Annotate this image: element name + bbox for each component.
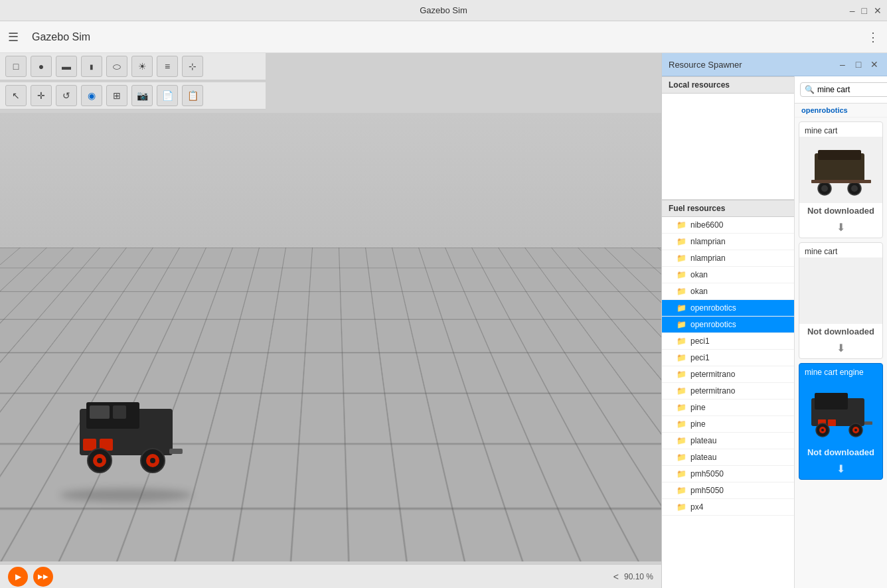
fuel-list-item[interactable]: 📁plateau: [662, 433, 794, 449]
maximize-button[interactable]: □: [862, 5, 867, 16]
fuel-list-item[interactable]: 📁plateau: [662, 449, 794, 466]
folder-icon: 📁: [677, 320, 686, 329]
fuel-list-item[interactable]: 📁nlamprian: [662, 234, 794, 250]
svg-point-19: [851, 185, 858, 192]
svg-rect-2: [83, 439, 96, 451]
nav-left-arrow[interactable]: <: [613, 571, 619, 582]
folder-icon: 📁: [677, 386, 686, 396]
model-card-name: mine cart: [799, 243, 882, 257]
model-card-name: mine cart: [799, 122, 882, 137]
search-icon: 🔍: [805, 85, 815, 94]
folder-icon: 📁: [677, 403, 686, 412]
fuel-list-item[interactable]: 📁pine: [662, 416, 794, 433]
kebab-menu-button[interactable]: ⋮: [867, 30, 879, 44]
sphere-tool[interactable]: ●: [31, 56, 52, 77]
model-results[interactable]: mine cart Not downloaded ⬇ mine cart Not…: [795, 117, 887, 588]
resource-list-area: Local resources Fuel resources 📁nibe6600…: [662, 76, 795, 588]
play-button[interactable]: ▶: [8, 567, 28, 587]
viewport[interactable]: □ ● ▬ ▮ ⬭ ☀ ≡ ⊹ ↖ ✛ ↺ ◉ ⊞ 📷 📄 📋: [0, 53, 661, 588]
fuel-list-item[interactable]: 📁petermitrano: [662, 383, 794, 400]
source-label: openrobotics: [795, 104, 887, 117]
folder-icon: 📁: [677, 419, 686, 429]
particles-tool[interactable]: ⊹: [182, 56, 203, 77]
panel-close-button[interactable]: ✕: [868, 58, 880, 70]
download-icon[interactable]: ⬇: [799, 342, 882, 358]
camera-tool[interactable]: ◉: [81, 85, 102, 106]
fuel-list-item[interactable]: 📁petermitrano: [662, 366, 794, 383]
model-card-image: [799, 137, 882, 203]
fuel-list-item[interactable]: 📁peci1: [662, 333, 794, 350]
capsule-tool[interactable]: ▮: [81, 56, 102, 77]
svg-rect-14: [818, 150, 861, 160]
zoom-level: 90.10 %: [624, 572, 653, 581]
fuel-list-item[interactable]: 📁pmh5050: [662, 466, 794, 482]
folder-icon: 📁: [677, 254, 686, 263]
window-title: Gazebo Sim: [420, 5, 467, 15]
paste-tool[interactable]: 📋: [182, 85, 203, 106]
title-bar: Gazebo Sim – □ ✕: [0, 0, 887, 21]
fast-forward-button[interactable]: ▶▶: [33, 567, 53, 587]
panel-minimize-button[interactable]: –: [837, 58, 848, 70]
folder-icon: 📁: [677, 370, 686, 379]
model-shadow: [60, 488, 193, 502]
model-card-status: Not downloaded: [799, 324, 882, 342]
minimize-button[interactable]: –: [850, 5, 855, 16]
model-card-image: [799, 378, 882, 445]
snapshot-tool[interactable]: 📷: [131, 85, 153, 106]
search-input[interactable]: [817, 85, 887, 94]
svg-point-17: [821, 185, 828, 192]
fuel-list-item[interactable]: 📁okan: [662, 267, 794, 283]
translate-tool[interactable]: ✛: [31, 85, 52, 106]
download-icon[interactable]: ⬇: [799, 463, 882, 479]
fuel-list-item[interactable]: 📁nlamprian: [662, 250, 794, 267]
svg-point-11: [150, 458, 155, 463]
box-tool[interactable]: □: [5, 56, 27, 77]
model-card-image: [799, 257, 882, 324]
svg-rect-12: [169, 449, 183, 454]
svg-rect-5: [113, 405, 126, 419]
svg-rect-31: [864, 421, 872, 425]
model-card-status: Not downloaded: [799, 203, 882, 221]
model-card-name: mine cart engine: [799, 364, 882, 378]
fuel-list-item[interactable]: 📁nibe6600: [662, 217, 794, 234]
grid-tool[interactable]: ≡: [157, 56, 178, 77]
svg-rect-4: [90, 405, 110, 419]
cylinder-tool[interactable]: ▬: [56, 56, 77, 77]
folder-icon: 📁: [677, 486, 686, 495]
download-icon[interactable]: ⬇: [799, 221, 882, 238]
fuel-resource-list[interactable]: 📁nibe6600📁nlamprian📁nlamprian📁okan📁okan📁…: [662, 217, 794, 588]
folder-icon: 📁: [677, 220, 686, 230]
rotate-tool[interactable]: ↺: [56, 85, 77, 106]
folder-icon: 📁: [677, 436, 686, 445]
3d-scene[interactable]: [0, 113, 661, 561]
close-button[interactable]: ✕: [874, 5, 882, 16]
search-input-wrapper[interactable]: 🔍: [800, 82, 887, 97]
svg-point-8: [97, 458, 102, 463]
panel-maximize-button[interactable]: □: [852, 58, 864, 70]
ellipsoid-tool[interactable]: ⬭: [106, 56, 127, 77]
fuel-list-item[interactable]: 📁okan: [662, 283, 794, 300]
grid-view-tool[interactable]: ⊞: [106, 85, 127, 106]
model-card[interactable]: mine cart Not downloaded ⬇: [799, 121, 883, 238]
select-tool[interactable]: ↖: [5, 85, 27, 106]
hamburger-menu-button[interactable]: ☰: [8, 30, 19, 44]
copy-tool[interactable]: 📄: [157, 85, 178, 106]
model-card[interactable]: mine cart Not downloaded ⬇: [799, 242, 883, 359]
fuel-list-item[interactable]: 📁px4: [662, 499, 794, 516]
folder-icon: 📁: [677, 237, 686, 246]
fuel-list-item[interactable]: 📁openrobotics: [662, 317, 794, 333]
model-card[interactable]: mine cart engine Not downloaded ⬇: [799, 363, 883, 480]
svg-rect-20: [811, 180, 871, 183]
resource-spawner-title: Resource Spawner: [669, 60, 742, 70]
light-tool[interactable]: ☀: [131, 56, 153, 77]
search-results-area: 🔍 A - Z Z - A openrobotics mine cart: [795, 76, 887, 588]
fuel-list-item[interactable]: 📁openrobotics: [662, 300, 794, 317]
toolbar-transforms: ↖ ✛ ↺ ◉ ⊞ 📷 📄 📋: [0, 82, 266, 110]
fuel-list-item[interactable]: 📁peci1: [662, 350, 794, 366]
svg-rect-22: [815, 393, 848, 409]
window-controls: – □ ✕: [850, 5, 882, 16]
fuel-list-item[interactable]: 📁pine: [662, 400, 794, 416]
fuel-list-item[interactable]: 📁pmh5050: [662, 482, 794, 499]
resource-panel-content: Local resources Fuel resources 📁nibe6600…: [662, 76, 887, 588]
play-controls: ▶ ▶▶: [8, 567, 53, 587]
